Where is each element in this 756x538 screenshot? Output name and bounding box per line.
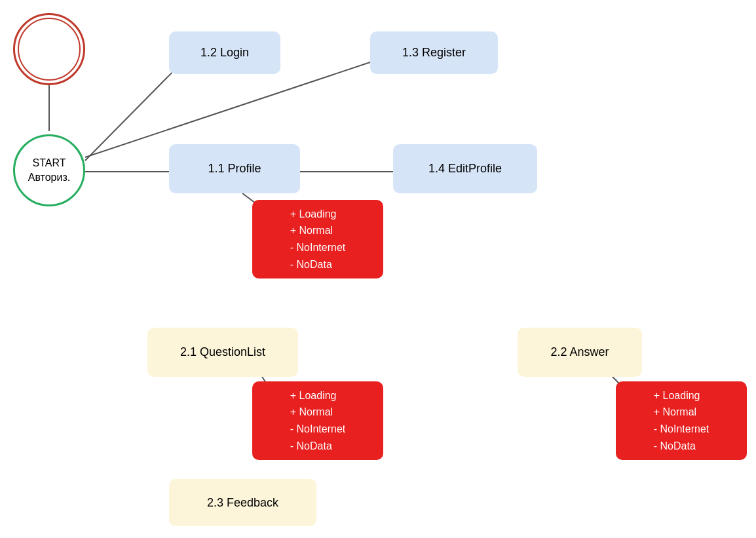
node-questionlist-states: + Loading + Normal - NoInternet - NoData [252, 381, 383, 460]
node-profile-states: + Loading + Normal - NoInternet - NoData [252, 200, 383, 279]
node-feedback: 2.3 Feedback [169, 479, 316, 526]
node-answer: 2.2 Answer [518, 328, 642, 377]
register-label: 1.3 Register [402, 46, 466, 60]
node-register: 1.3 Register [370, 31, 498, 74]
svg-line-2 [85, 62, 182, 161]
questionlist-states-label: + Loading + Normal - NoInternet - NoData [290, 387, 345, 454]
node-login: 1.2 Login [169, 31, 280, 74]
answer-states-label: + Loading + Normal - NoInternet - NoData [654, 387, 709, 454]
feedback-label: 2.3 Feedback [207, 496, 278, 510]
circle-red-node [13, 13, 85, 85]
circle-start-node: START Авториз. [13, 134, 85, 206]
node-questionlist: 2.1 QuestionList [147, 328, 298, 377]
start-label: START Авториз. [28, 156, 70, 185]
login-label: 1.2 Login [200, 46, 249, 60]
answer-label: 2.2 Answer [550, 345, 609, 359]
profile-label: 1.1 Profile [208, 162, 261, 176]
editprofile-label: 1.4 EditProfile [428, 162, 502, 176]
questionlist-label: 2.1 QuestionList [180, 345, 265, 359]
profile-states-label: + Loading + Normal - NoInternet - NoData [290, 206, 345, 273]
diagram-container: START Авториз. 1.2 Login 1.3 Register 1.… [0, 0, 756, 538]
node-editprofile: 1.4 EditProfile [393, 144, 537, 193]
node-answer-states: + Loading + Normal - NoInternet - NoData [616, 381, 747, 460]
node-profile: 1.1 Profile [169, 144, 300, 193]
